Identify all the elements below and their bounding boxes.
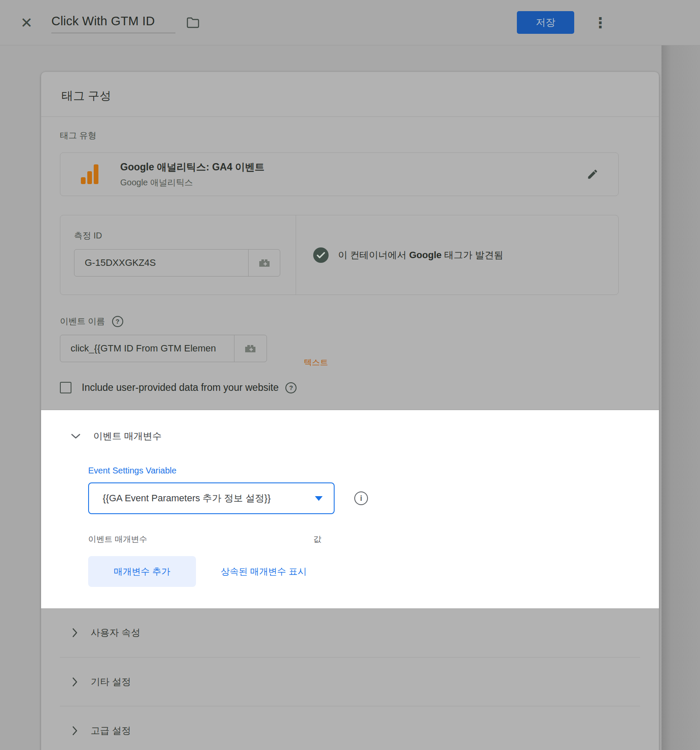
- brick-plus-icon: [258, 257, 271, 268]
- help-icon[interactable]: ?: [285, 382, 297, 393]
- measurement-id-input-group: G-15DXXGKZ4S: [74, 249, 280, 277]
- tag-type-vendor: Google 애널리틱스: [120, 177, 264, 188]
- brick-plus-icon: [243, 343, 257, 354]
- card-header: 태그 구성: [41, 72, 659, 117]
- section-advanced-settings[interactable]: 고급 설정: [60, 706, 640, 750]
- esv-value: {{GA Event Parameters 추가 정보 설정}}: [103, 492, 271, 505]
- chevron-right-icon: [72, 677, 78, 687]
- measurement-id-input[interactable]: G-15DXXGKZ4S: [74, 250, 248, 276]
- text-mode-link[interactable]: 텍스트: [304, 357, 328, 368]
- event-parameters-section: 이벤트 매개변수 Event Settings Variable {{GA Ev…: [41, 410, 659, 608]
- save-button[interactable]: 저장: [517, 11, 574, 34]
- folder-icon[interactable]: [187, 17, 199, 28]
- value-column-label: 값: [313, 534, 321, 545]
- help-icon[interactable]: ?: [112, 316, 123, 327]
- chevron-right-icon: [72, 726, 78, 736]
- measurement-left: 측정 ID G-15DXXGKZ4S: [60, 215, 296, 295]
- dimmed-page-edge: [661, 45, 700, 750]
- esv-label: Event Settings Variable: [88, 466, 640, 476]
- tag-configuration-card: 태그 구성 태그 유형 Google 애널리틱스: GA4 이벤트 Google…: [41, 72, 659, 750]
- google-analytics-icon: [81, 164, 101, 184]
- user-data-row: Include user-provided data from your web…: [60, 382, 640, 393]
- tag-type-text: Google 애널리틱스: GA4 이벤트 Google 애널리틱스: [120, 161, 264, 188]
- event-name-row: click_{{GTM ID From GTM Elemen 텍스트: [60, 335, 640, 362]
- section-label: 기타 설정: [91, 676, 131, 688]
- param-column-label: 이벤트 매개변수: [88, 534, 313, 545]
- dropdown-caret-icon: [315, 496, 323, 501]
- variable-picker-button[interactable]: [248, 250, 280, 276]
- checkbox-label: Include user-provided data from your web…: [82, 382, 279, 393]
- info-icon[interactable]: i: [354, 491, 368, 505]
- gtm-tag-editor: ✕ Click With GTM ID 저장 ⋮ 태그 구성 태그 유형 Goo…: [0, 0, 700, 750]
- event-parameters-title: 이벤트 매개변수: [93, 430, 162, 443]
- section-label: 사용자 속성: [91, 626, 140, 639]
- event-name-input-group: click_{{GTM ID From GTM Elemen: [60, 335, 267, 362]
- add-parameter-button[interactable]: 매개변수 추가: [88, 556, 196, 587]
- tag-type-name: Google 애널리틱스: GA4 이벤트: [120, 161, 264, 174]
- status-text: 이 컨테이너에서 Google 태그가 발견됨: [338, 249, 503, 262]
- variable-picker-button[interactable]: [234, 335, 266, 362]
- more-menu-icon[interactable]: ⋮: [593, 14, 608, 31]
- include-user-data-checkbox[interactable]: [60, 382, 71, 393]
- edit-pencil-icon[interactable]: [587, 168, 599, 180]
- show-inherited-link[interactable]: 상속된 매개변수 표시: [221, 565, 307, 577]
- section-other-settings[interactable]: 기타 설정: [60, 657, 640, 706]
- tag-name-field[interactable]: Click With GTM ID: [51, 12, 175, 33]
- measurement-id-label: 측정 ID: [74, 230, 296, 241]
- chevron-right-icon: [72, 628, 78, 638]
- google-tag-status: 이 컨테이너에서 Google 태그가 발견됨: [296, 215, 618, 295]
- section-user-properties[interactable]: 사용자 속성: [60, 608, 640, 657]
- esv-row: {{GA Event Parameters 추가 정보 설정}} i: [88, 482, 640, 514]
- event-name-input[interactable]: click_{{GTM ID From GTM Elemen: [60, 335, 234, 362]
- collapsed-sections: 사용자 속성 기타 설정 고급 설정: [60, 608, 640, 750]
- chevron-down-icon: [71, 433, 81, 439]
- check-circle-icon: [313, 247, 329, 263]
- top-bar: ✕ Click With GTM ID 저장 ⋮: [0, 0, 700, 45]
- tag-type-selector[interactable]: Google 애널리틱스: GA4 이벤트 Google 애널리틱스: [60, 152, 619, 196]
- card-title: 태그 구성: [62, 88, 638, 104]
- event-name-label-row: 이벤트 이름 ?: [60, 315, 640, 327]
- event-name-label: 이벤트 이름: [60, 315, 105, 327]
- close-icon[interactable]: ✕: [19, 15, 34, 30]
- card-body: 태그 유형 Google 애널리틱스: GA4 이벤트 Google 애널리틱스…: [41, 130, 659, 750]
- esv-dropdown[interactable]: {{GA Event Parameters 추가 정보 설정}}: [88, 482, 335, 514]
- page-title: Click With GTM ID: [51, 14, 155, 28]
- event-parameters-header[interactable]: 이벤트 매개변수: [60, 430, 640, 443]
- tag-type-label: 태그 유형: [60, 130, 640, 141]
- measurement-id-box: 측정 ID G-15DXXGKZ4S 이 컨테이너에서 Google 태그가 발…: [60, 215, 619, 295]
- section-label: 고급 설정: [91, 724, 131, 737]
- param-actions: 매개변수 추가 상속된 매개변수 표시: [88, 556, 640, 587]
- param-table-header: 이벤트 매개변수 값: [88, 534, 640, 545]
